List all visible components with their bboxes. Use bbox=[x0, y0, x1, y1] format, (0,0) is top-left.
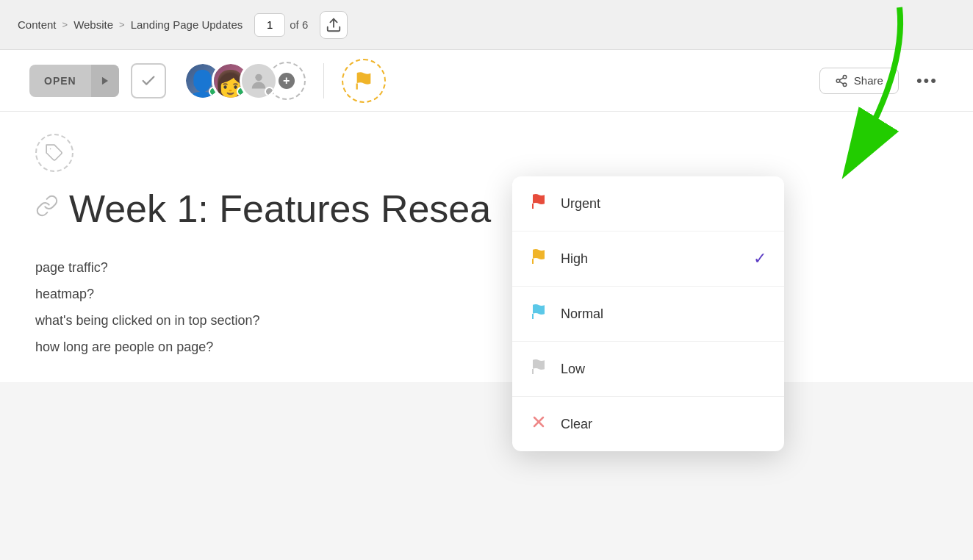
priority-flag-button[interactable] bbox=[342, 59, 386, 103]
svg-point-2 bbox=[255, 73, 262, 80]
page-navigation: of 6 bbox=[254, 11, 348, 39]
page-number-input[interactable] bbox=[254, 13, 285, 37]
online-indicator-3 bbox=[265, 87, 274, 96]
breadcrumb-website[interactable]: Website bbox=[73, 18, 113, 31]
breadcrumb: Content > Website > Landing Page Updates bbox=[18, 18, 243, 31]
priority-item-clear[interactable]: Clear bbox=[512, 397, 784, 451]
open-arrow-icon[interactable] bbox=[91, 65, 119, 97]
body-line-4: how long are people on page? bbox=[35, 334, 938, 360]
clear-icon bbox=[530, 413, 547, 435]
low-label: Low bbox=[561, 362, 585, 377]
breadcrumb-sep-2: > bbox=[119, 19, 125, 30]
body-line-2: heatmap? bbox=[35, 281, 938, 307]
svg-line-7 bbox=[839, 82, 843, 84]
document-body: page traffic? heatmap? what's being clic… bbox=[35, 254, 938, 360]
breadcrumb-sep-1: > bbox=[62, 19, 68, 30]
priority-item-urgent[interactable]: Urgent bbox=[512, 176, 784, 231]
page-of-label: of 6 bbox=[290, 18, 308, 31]
priority-dropdown: Urgent High ✓ Normal Low bbox=[512, 176, 784, 451]
document-title: Week 1: Features Resea bbox=[35, 187, 938, 231]
document-content: Week 1: Features Resea page traffic? hea… bbox=[0, 112, 973, 382]
export-button[interactable] bbox=[320, 11, 348, 39]
collaborators-list: 👤 👩 + bbox=[184, 62, 306, 100]
body-line-3: what's being clicked on in top section? bbox=[35, 307, 938, 334]
breadcrumb-bar: Content > Website > Landing Page Updates… bbox=[0, 0, 973, 50]
priority-item-normal[interactable]: Normal bbox=[512, 287, 784, 342]
document-toolbar: OPEN 👤 👩 + bbox=[0, 50, 973, 112]
svg-marker-1 bbox=[102, 76, 108, 85]
open-button-label: OPEN bbox=[29, 75, 91, 87]
low-flag-icon bbox=[530, 358, 547, 380]
toolbar-divider bbox=[323, 63, 324, 98]
priority-item-low[interactable]: Low bbox=[512, 342, 784, 397]
share-button[interactable]: Share bbox=[819, 68, 899, 94]
normal-label: Normal bbox=[561, 306, 603, 322]
urgent-label: Urgent bbox=[561, 196, 600, 212]
high-label: High bbox=[561, 251, 588, 267]
link-icon bbox=[35, 194, 59, 223]
normal-flag-icon bbox=[530, 303, 547, 325]
priority-item-high[interactable]: High ✓ bbox=[512, 231, 784, 287]
urgent-flag-icon bbox=[530, 193, 547, 215]
body-line-1: page traffic? bbox=[35, 254, 938, 281]
open-button[interactable]: OPEN bbox=[29, 65, 119, 97]
breadcrumb-content[interactable]: Content bbox=[18, 18, 57, 31]
high-flag-icon bbox=[530, 248, 547, 270]
share-button-label: Share bbox=[854, 74, 883, 87]
tag-button[interactable] bbox=[35, 134, 73, 172]
check-button[interactable] bbox=[131, 63, 166, 98]
more-options-button[interactable]: ••• bbox=[911, 68, 944, 93]
avatar-3[interactable] bbox=[240, 62, 278, 100]
document-title-text: Week 1: Features Resea bbox=[69, 187, 491, 231]
svg-line-8 bbox=[839, 77, 843, 79]
add-icon: + bbox=[279, 73, 295, 89]
clear-label: Clear bbox=[561, 417, 592, 432]
breadcrumb-page[interactable]: Landing Page Updates bbox=[131, 18, 243, 31]
selected-checkmark: ✓ bbox=[753, 249, 766, 268]
